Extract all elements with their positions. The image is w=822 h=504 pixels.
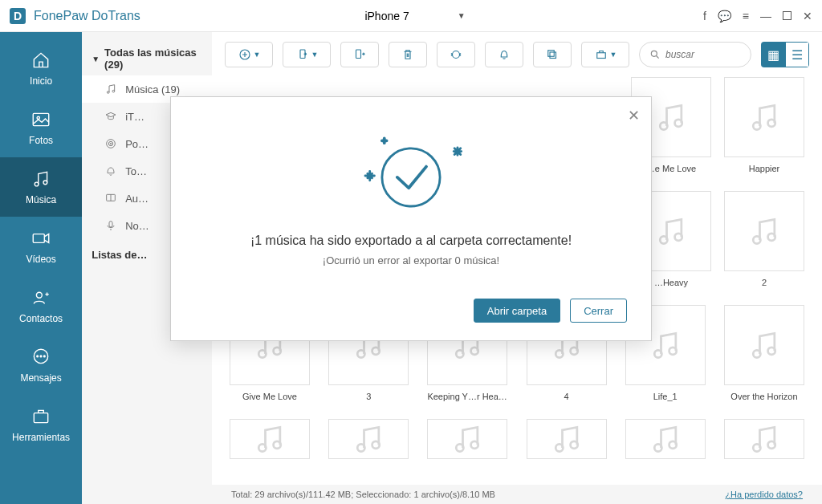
export-success-modal: ✕ ¡1 música ha sido exportado a al carpe…: [170, 96, 652, 341]
open-folder-button[interactable]: Abrir carpeta: [474, 299, 560, 323]
modal-buttons: Abrir carpeta Cerrar: [195, 299, 627, 323]
close-button[interactable]: Cerrar: [570, 299, 627, 323]
modal-subtitle: ¡Ocurrió un error al exportar 0 música!: [195, 254, 627, 266]
svg-point-57: [382, 148, 440, 206]
modal-overlay: ✕ ¡1 música ha sido exportado a al carpe…: [0, 0, 822, 504]
modal-close-button[interactable]: ✕: [628, 107, 640, 124]
success-icon: [335, 128, 487, 224]
modal-title: ¡1 música ha sido exportado a al carpeta…: [195, 234, 627, 248]
